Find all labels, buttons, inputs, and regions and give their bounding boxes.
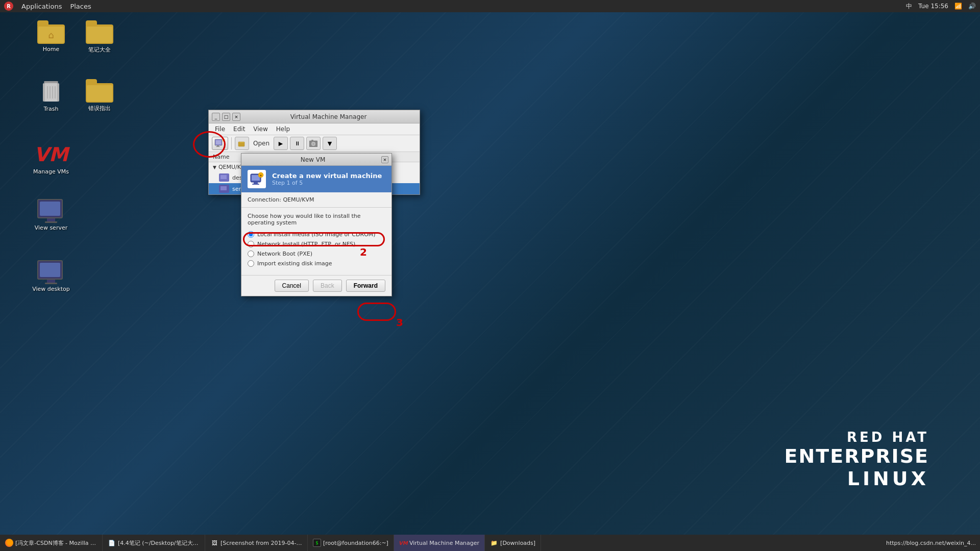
notes-taskbar-icon: 📄: [108, 539, 116, 547]
redhat-logo: RED HAT ENTERPRISE LINUX: [785, 430, 929, 490]
vmm-edit-menu[interactable]: Edit: [229, 124, 249, 134]
vmm-col-name: Name: [213, 154, 229, 160]
svg-text:★: ★: [259, 173, 262, 177]
vmm-menubar: File Edit View Help: [209, 123, 420, 135]
vmm-help-menu[interactable]: Help: [272, 124, 294, 134]
newvm-close-btn[interactable]: ×: [381, 156, 388, 163]
taskbar-downloads-label: [Downloads]: [500, 540, 535, 546]
newvm-forward-btn[interactable]: Forward: [346, 280, 385, 292]
view-server-label: View server: [35, 224, 67, 231]
vmm-vm-icon-1: [219, 173, 229, 182]
volume-icon: 🔊: [968, 3, 976, 10]
vm-logo-icon: VM: [37, 143, 65, 166]
desktop-icon-trash[interactable]: Trash: [31, 79, 71, 112]
user-avatar: R: [4, 2, 13, 11]
monitor-icon-desktop: [37, 260, 65, 284]
taskbar-notes-label: [4.4笔记 (~/Desktop/笔记大全/4.4)...: [118, 539, 200, 547]
newvm-option-network-boot[interactable]: Network Boot (PXE): [248, 251, 385, 257]
newvm-option-import-disk[interactable]: Import existing disk image: [248, 260, 385, 267]
vmm-group-arrow: ▼: [213, 165, 216, 170]
desktop: R Applications Places 中 Tue 15:56 📶 🔊 ⌂ …: [0, 0, 980, 551]
clock: Tue 15:56: [918, 3, 948, 10]
redhat-line1: RED HAT: [785, 430, 929, 445]
firefox-icon: [5, 539, 13, 547]
newvm-body: Choose how you would like to install the…: [241, 208, 391, 275]
chinese-input-indicator: 中: [906, 2, 912, 11]
newvm-radio-network-boot[interactable]: [248, 251, 254, 257]
taskbar-firefox[interactable]: [冯文章-CSDN博客 - Mozilla Firefox]: [0, 535, 103, 551]
menubar: R Applications Places 中 Tue 15:56 📶 🔊: [0, 0, 980, 12]
taskbar-terminal[interactable]: $ [root@foundation66:~]: [308, 535, 394, 551]
desktop-icon-manage-vms[interactable]: VM Manage VMs: [31, 143, 71, 175]
newvm-question: Choose how you would like to install the…: [248, 213, 385, 226]
taskbar: [冯文章-CSDN博客 - Mozilla Firefox] 📄 [4.4笔记 …: [0, 535, 980, 551]
taskbar-terminal-label: [root@foundation66:~]: [323, 540, 388, 546]
desktop-icon-notes[interactable]: 笔记大全: [79, 20, 120, 54]
newvm-radio-network-install[interactable]: [248, 241, 254, 247]
newvm-radio-local[interactable]: [248, 231, 254, 238]
newvm-step-icon: ★: [248, 170, 266, 188]
newvm-titlebar: New VM ×: [241, 154, 391, 166]
svg-rect-23: [254, 182, 258, 184]
terminal-icon: $: [313, 539, 321, 547]
taskbar-notes[interactable]: 📄 [4.4笔记 (~/Desktop/笔记大全/4.4)...: [103, 535, 205, 551]
redhat-line3: LINUX: [785, 467, 929, 490]
vmm-titlebar: _ □ × Virtual Machine Manager: [209, 110, 420, 123]
newvm-radio-import-disk[interactable]: [248, 260, 254, 267]
newvm-label-import-disk: Import existing disk image: [257, 260, 332, 267]
newvm-option-local[interactable]: Local install media (ISO image or CDROM): [248, 231, 385, 238]
svg-point-15: [312, 143, 315, 145]
taskbar-firefox-label: [冯文章-CSDN博客 - Mozilla Firefox]: [15, 539, 97, 547]
vmm-maximize-btn[interactable]: □: [222, 113, 230, 121]
vmm-pause-btn[interactable]: ⏸: [290, 137, 304, 150]
svg-rect-20: [220, 186, 227, 190]
vmm-vm-icon-2: [219, 185, 229, 193]
vmm-minimize-btn[interactable]: _: [212, 113, 220, 121]
svg-rect-10: [216, 146, 220, 147]
vmm-play-btn[interactable]: ▶: [274, 137, 288, 150]
manage-vms-label: Manage VMs: [33, 168, 69, 175]
vmm-toolbar: Open ▶ ⏸ ▼: [209, 135, 420, 152]
vmm-view-menu[interactable]: View: [249, 124, 272, 134]
desktop-icon-view-server[interactable]: View server: [31, 199, 71, 231]
downloads-taskbar-icon: 📁: [490, 539, 498, 547]
taskbar-vmm[interactable]: VM Virtual Machine Manager: [394, 535, 485, 551]
monitor-icon-server: [37, 199, 65, 222]
taskbar-items: [冯文章-CSDN博客 - Mozilla Firefox] 📄 [4.4笔记 …: [0, 535, 541, 551]
taskbar-vmm-label: Virtual Machine Manager: [409, 540, 479, 546]
newvm-label-network-boot: Network Boot (PXE): [257, 251, 312, 257]
taskbar-screenshot[interactable]: 🖼 [Screenshot from 2019-04-04 11-...: [205, 535, 308, 551]
newvm-back-btn[interactable]: Back: [313, 280, 342, 292]
svg-rect-0: [44, 81, 58, 83]
taskbar-screenshot-label: [Screenshot from 2019-04-04 11-...: [220, 540, 302, 546]
vmm-open-btn[interactable]: [235, 137, 249, 150]
svg-marker-11: [222, 139, 225, 142]
vmm-open-label: Open: [251, 140, 272, 147]
applications-menu[interactable]: Applications: [21, 3, 62, 10]
view-desktop-label: View desktop: [32, 286, 69, 292]
vmm-screenshot-btn[interactable]: [306, 137, 321, 150]
desktop-icon-view-desktop[interactable]: View desktop: [31, 260, 71, 292]
desktop-icon-errors[interactable]: 错误指出: [79, 79, 120, 112]
vmm-close-btn[interactable]: ×: [232, 113, 240, 121]
vmm-dropdown-btn[interactable]: ▼: [323, 137, 337, 150]
errors-icon-label: 错误指出: [88, 105, 111, 112]
newvm-option-network-install[interactable]: Network Install (HTTP, FTP, or NFS): [248, 241, 385, 247]
newvm-cancel-btn[interactable]: Cancel: [275, 280, 309, 292]
notes-icon-label: 笔记大全: [88, 46, 111, 54]
taskbar-url: https://blog.csdn.net/weixin_4...: [886, 540, 980, 546]
svg-rect-24: [252, 184, 259, 185]
desktop-icon-home[interactable]: ⌂ Home: [31, 20, 71, 53]
places-menu[interactable]: Places: [70, 3, 91, 10]
annotation-circle-3: [357, 303, 396, 321]
taskbar-downloads[interactable]: 📁 [Downloads]: [485, 535, 541, 551]
wifi-icon: 📶: [954, 3, 962, 10]
newvm-label-network-install: Network Install (HTTP, FTP, or NFS): [257, 241, 355, 247]
home-icon-label: Home: [43, 46, 59, 53]
newvm-title: New VM: [244, 156, 381, 163]
redhat-line2: ENTERPRISE: [785, 445, 929, 467]
newvm-label-local: Local install media (ISO image or CDROM): [257, 231, 376, 238]
newvm-step-text: Create a new virtual machine Step 1 of 5: [272, 172, 382, 186]
new-vm-toolbar-btn[interactable]: [212, 137, 228, 150]
vmm-file-menu[interactable]: File: [211, 124, 229, 134]
